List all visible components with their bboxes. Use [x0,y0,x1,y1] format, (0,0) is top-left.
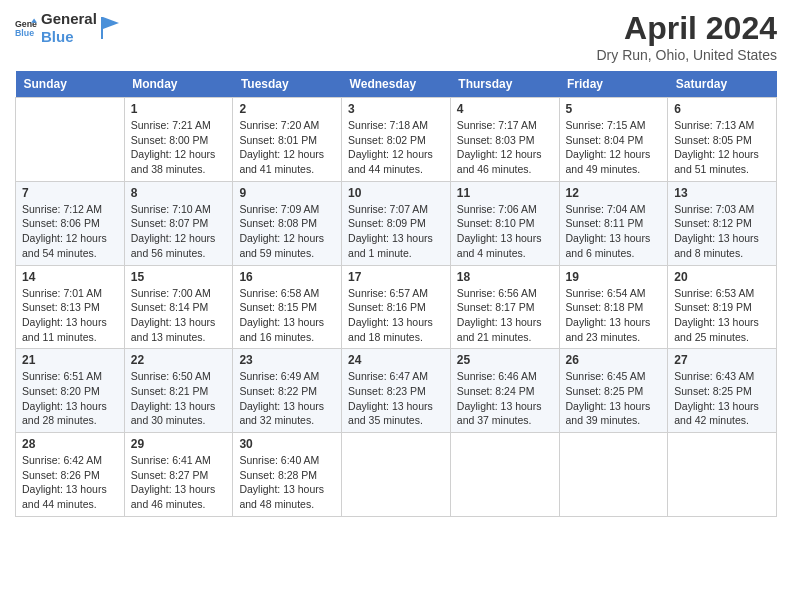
cell-day-number: 2 [239,102,335,116]
cell-day-number: 27 [674,353,770,367]
col-monday: Monday [124,71,233,98]
cell-day-number: 3 [348,102,444,116]
cell-day-number: 25 [457,353,553,367]
cell-day-number: 8 [131,186,227,200]
cell-info: Sunrise: 7:10 AM Sunset: 8:07 PM Dayligh… [131,202,227,261]
cell-info: Sunrise: 7:01 AM Sunset: 8:13 PM Dayligh… [22,286,118,345]
col-wednesday: Wednesday [342,71,451,98]
cell-day-number: 11 [457,186,553,200]
cell-info: Sunrise: 7:09 AM Sunset: 8:08 PM Dayligh… [239,202,335,261]
calendar-cell: 8Sunrise: 7:10 AM Sunset: 8:07 PM Daylig… [124,181,233,265]
cell-day-number: 22 [131,353,227,367]
cell-info: Sunrise: 6:53 AM Sunset: 8:19 PM Dayligh… [674,286,770,345]
title-area: April 2024 Dry Run, Ohio, United States [596,10,777,63]
cell-day-number: 14 [22,270,118,284]
calendar-cell: 21Sunrise: 6:51 AM Sunset: 8:20 PM Dayli… [16,349,125,433]
cell-info: Sunrise: 6:40 AM Sunset: 8:28 PM Dayligh… [239,453,335,512]
cell-info: Sunrise: 7:03 AM Sunset: 8:12 PM Dayligh… [674,202,770,261]
calendar-cell [668,433,777,517]
calendar-cell: 16Sunrise: 6:58 AM Sunset: 8:15 PM Dayli… [233,265,342,349]
col-tuesday: Tuesday [233,71,342,98]
calendar-cell: 5Sunrise: 7:15 AM Sunset: 8:04 PM Daylig… [559,98,668,182]
calendar-cell: 12Sunrise: 7:04 AM Sunset: 8:11 PM Dayli… [559,181,668,265]
calendar-cell [450,433,559,517]
calendar-cell: 19Sunrise: 6:54 AM Sunset: 8:18 PM Dayli… [559,265,668,349]
calendar-week-5: 28Sunrise: 6:42 AM Sunset: 8:26 PM Dayli… [16,433,777,517]
cell-day-number: 18 [457,270,553,284]
cell-info: Sunrise: 6:43 AM Sunset: 8:25 PM Dayligh… [674,369,770,428]
cell-info: Sunrise: 7:00 AM Sunset: 8:14 PM Dayligh… [131,286,227,345]
calendar-cell: 17Sunrise: 6:57 AM Sunset: 8:16 PM Dayli… [342,265,451,349]
calendar-week-3: 14Sunrise: 7:01 AM Sunset: 8:13 PM Dayli… [16,265,777,349]
cell-day-number: 10 [348,186,444,200]
logo-general: General [41,10,97,28]
logo-flag-icon [101,17,119,39]
calendar-table: Sunday Monday Tuesday Wednesday Thursday… [15,71,777,517]
calendar-cell: 27Sunrise: 6:43 AM Sunset: 8:25 PM Dayli… [668,349,777,433]
cell-day-number: 24 [348,353,444,367]
col-friday: Friday [559,71,668,98]
calendar-cell: 13Sunrise: 7:03 AM Sunset: 8:12 PM Dayli… [668,181,777,265]
logo-icon: General Blue [15,17,37,39]
cell-info: Sunrise: 7:15 AM Sunset: 8:04 PM Dayligh… [566,118,662,177]
cell-day-number: 19 [566,270,662,284]
cell-day-number: 4 [457,102,553,116]
header: General Blue General Blue April 2024 Dry… [15,10,777,63]
cell-day-number: 6 [674,102,770,116]
calendar-cell: 9Sunrise: 7:09 AM Sunset: 8:08 PM Daylig… [233,181,342,265]
calendar-cell: 18Sunrise: 6:56 AM Sunset: 8:17 PM Dayli… [450,265,559,349]
calendar-header-row: Sunday Monday Tuesday Wednesday Thursday… [16,71,777,98]
calendar-cell: 4Sunrise: 7:17 AM Sunset: 8:03 PM Daylig… [450,98,559,182]
cell-day-number: 20 [674,270,770,284]
cell-day-number: 30 [239,437,335,451]
cell-day-number: 16 [239,270,335,284]
calendar-cell: 2Sunrise: 7:20 AM Sunset: 8:01 PM Daylig… [233,98,342,182]
calendar-cell: 11Sunrise: 7:06 AM Sunset: 8:10 PM Dayli… [450,181,559,265]
cell-day-number: 9 [239,186,335,200]
cell-info: Sunrise: 7:17 AM Sunset: 8:03 PM Dayligh… [457,118,553,177]
cell-info: Sunrise: 6:49 AM Sunset: 8:22 PM Dayligh… [239,369,335,428]
cell-day-number: 29 [131,437,227,451]
cell-info: Sunrise: 7:04 AM Sunset: 8:11 PM Dayligh… [566,202,662,261]
calendar-cell: 6Sunrise: 7:13 AM Sunset: 8:05 PM Daylig… [668,98,777,182]
calendar-cell: 24Sunrise: 6:47 AM Sunset: 8:23 PM Dayli… [342,349,451,433]
calendar-cell: 26Sunrise: 6:45 AM Sunset: 8:25 PM Dayli… [559,349,668,433]
cell-info: Sunrise: 7:18 AM Sunset: 8:02 PM Dayligh… [348,118,444,177]
calendar-cell: 7Sunrise: 7:12 AM Sunset: 8:06 PM Daylig… [16,181,125,265]
cell-info: Sunrise: 7:20 AM Sunset: 8:01 PM Dayligh… [239,118,335,177]
cell-info: Sunrise: 7:13 AM Sunset: 8:05 PM Dayligh… [674,118,770,177]
calendar-cell: 23Sunrise: 6:49 AM Sunset: 8:22 PM Dayli… [233,349,342,433]
cell-day-number: 7 [22,186,118,200]
calendar-cell [559,433,668,517]
logo-blue: Blue [41,28,97,46]
logo: General Blue General Blue [15,10,119,46]
cell-info: Sunrise: 6:45 AM Sunset: 8:25 PM Dayligh… [566,369,662,428]
cell-day-number: 23 [239,353,335,367]
cell-info: Sunrise: 6:54 AM Sunset: 8:18 PM Dayligh… [566,286,662,345]
cell-info: Sunrise: 6:46 AM Sunset: 8:24 PM Dayligh… [457,369,553,428]
col-sunday: Sunday [16,71,125,98]
calendar-cell: 1Sunrise: 7:21 AM Sunset: 8:00 PM Daylig… [124,98,233,182]
calendar-cell: 10Sunrise: 7:07 AM Sunset: 8:09 PM Dayli… [342,181,451,265]
calendar-cell: 28Sunrise: 6:42 AM Sunset: 8:26 PM Dayli… [16,433,125,517]
cell-info: Sunrise: 7:12 AM Sunset: 8:06 PM Dayligh… [22,202,118,261]
calendar-cell: 3Sunrise: 7:18 AM Sunset: 8:02 PM Daylig… [342,98,451,182]
calendar-week-1: 1Sunrise: 7:21 AM Sunset: 8:00 PM Daylig… [16,98,777,182]
svg-marker-3 [103,17,119,29]
cell-info: Sunrise: 6:50 AM Sunset: 8:21 PM Dayligh… [131,369,227,428]
page-title: April 2024 [596,10,777,47]
cell-info: Sunrise: 7:07 AM Sunset: 8:09 PM Dayligh… [348,202,444,261]
cell-info: Sunrise: 6:47 AM Sunset: 8:23 PM Dayligh… [348,369,444,428]
svg-rect-4 [101,17,103,39]
cell-day-number: 26 [566,353,662,367]
cell-info: Sunrise: 6:51 AM Sunset: 8:20 PM Dayligh… [22,369,118,428]
calendar-cell: 15Sunrise: 7:00 AM Sunset: 8:14 PM Dayli… [124,265,233,349]
cell-day-number: 15 [131,270,227,284]
cell-day-number: 21 [22,353,118,367]
calendar-cell [16,98,125,182]
svg-text:Blue: Blue [15,28,34,38]
cell-info: Sunrise: 6:57 AM Sunset: 8:16 PM Dayligh… [348,286,444,345]
cell-day-number: 13 [674,186,770,200]
col-saturday: Saturday [668,71,777,98]
cell-info: Sunrise: 6:42 AM Sunset: 8:26 PM Dayligh… [22,453,118,512]
